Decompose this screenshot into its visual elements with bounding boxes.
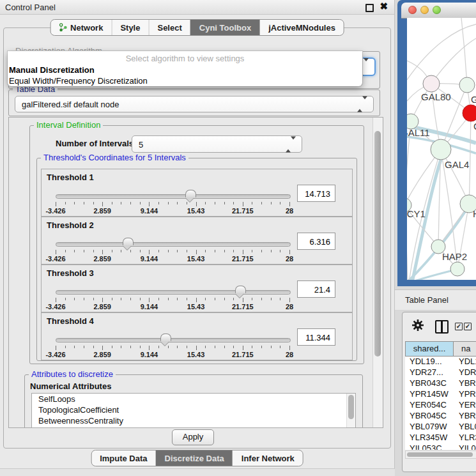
table-row[interactable]: YER054CYER0 bbox=[405, 400, 476, 411]
tab-label: Infer Network bbox=[242, 454, 295, 463]
table-panel-header: Table Panel bbox=[395, 289, 476, 311]
tab-style[interactable]: Style bbox=[111, 20, 148, 35]
algorithm-option[interactable]: Equal Width/Frequency Discretization bbox=[8, 75, 362, 86]
zoom-window-icon[interactable] bbox=[433, 6, 441, 14]
cell-shared-name: YPR145W bbox=[405, 389, 454, 400]
table-row[interactable]: YDL19...YDL1 bbox=[405, 357, 476, 367]
tab-cyni-toolbox[interactable]: Cyni Toolbox bbox=[190, 20, 259, 35]
tab-label: Cyni Toolbox bbox=[199, 23, 251, 33]
network-canvas[interactable]: GAL80GCGAL11GAL4GCY1HHAP2 bbox=[407, 18, 476, 280]
apply-button[interactable]: Apply bbox=[172, 429, 214, 445]
cell-shared-name: YBL079W bbox=[405, 422, 454, 433]
network-node-gal80[interactable] bbox=[423, 75, 440, 92]
cell-name: YIL0 bbox=[454, 443, 476, 450]
status-strip bbox=[0, 468, 395, 476]
panel-title: Control Panel bbox=[5, 3, 56, 12]
table-hscrollbar[interactable] bbox=[405, 450, 476, 459]
cell-name: YPR1 bbox=[454, 389, 476, 400]
algorithm-dropdown-popup: Select algorithm to view settings Manual… bbox=[8, 51, 362, 86]
cell-shared-name: YLR345W bbox=[405, 433, 454, 443]
cell-name: YBR0 bbox=[454, 411, 476, 422]
tab-infer-network[interactable]: Infer Network bbox=[233, 450, 303, 466]
close-window-icon[interactable] bbox=[408, 6, 417, 14]
table-row[interactable]: YPR145WYPR1 bbox=[405, 389, 476, 400]
tab-label: Network bbox=[70, 23, 103, 33]
control-panel-tabs: NetworkStyleSelectCyni ToolboxjActiveMNo… bbox=[50, 19, 344, 36]
network-node-g[interactable] bbox=[459, 77, 475, 93]
node-table: shared... na YDL19...YDL1YDR27...YDR2YBR… bbox=[405, 341, 476, 450]
network-node-c[interactable] bbox=[463, 105, 476, 121]
slider-thumb[interactable] bbox=[235, 286, 246, 293]
node-label: C bbox=[473, 121, 476, 132]
tab-label: Impute Data bbox=[100, 454, 147, 463]
network-window-titlebar bbox=[401, 3, 476, 19]
tab-label: Discretize Data bbox=[165, 454, 224, 463]
column-header-shared-name[interactable]: shared... bbox=[405, 342, 454, 357]
tab-jactivemnodules[interactable]: jActiveMNodules bbox=[259, 20, 344, 35]
table-row[interactable]: YBR045CYBR0 bbox=[405, 411, 476, 422]
cell-shared-name: YBR045C bbox=[405, 411, 454, 422]
algorithm-option[interactable]: Manual Discretization bbox=[8, 65, 362, 75]
close-panel-icon[interactable]: ✖ bbox=[380, 1, 388, 12]
table-row[interactable]: YBR043CYBR0 bbox=[405, 378, 476, 389]
table-row[interactable]: YDR27...YDR2 bbox=[405, 367, 476, 378]
tab-discretize-data[interactable]: Discretize Data bbox=[156, 450, 233, 466]
table-panel-title: Table Panel bbox=[405, 295, 449, 305]
cell-name: YDR2 bbox=[454, 367, 476, 378]
cell-name: YBL0 bbox=[454, 422, 476, 433]
cell-name: YBR0 bbox=[454, 378, 476, 389]
cyni-toolbox-panel bbox=[3, 27, 391, 449]
cell-shared-name: YBR043C bbox=[405, 378, 454, 389]
control-panel-titlebar: Control Panel ✖ bbox=[0, 0, 394, 15]
control-panel: Control Panel ✖ NetworkStyleSelectCyni T… bbox=[0, 0, 395, 468]
table-header-row: shared... na bbox=[405, 341, 476, 357]
algorithm-placeholder: Select algorithm to view settings bbox=[8, 51, 362, 65]
node-label: GAL11 bbox=[407, 127, 430, 138]
network-node[interactable] bbox=[450, 262, 464, 276]
slider-thumb[interactable] bbox=[123, 238, 134, 245]
node-label: GAL80 bbox=[421, 91, 451, 102]
node-label: GAL4 bbox=[445, 159, 469, 170]
network-graph: GAL80GCGAL11GAL4GCY1HHAP2 bbox=[407, 18, 476, 280]
columns-icon[interactable] bbox=[435, 320, 449, 334]
slider-thumb[interactable] bbox=[185, 190, 196, 197]
tab-label: jActiveMNodules bbox=[268, 23, 335, 33]
tab-select[interactable]: Select bbox=[148, 20, 190, 35]
minimize-window-icon[interactable] bbox=[420, 6, 429, 14]
cyni-mode-tabs: Impute DataDiscretize DataInfer Network bbox=[91, 450, 303, 466]
cell-shared-name: YER054C bbox=[405, 400, 454, 411]
network-view-window: GAL80GCGAL11GAL4GCY1HHAP2 bbox=[397, 0, 476, 286]
table-row[interactable]: YLR345WYLR3 bbox=[405, 433, 476, 443]
checkbox-icon[interactable]: ✓ bbox=[455, 323, 463, 330]
tab-label: Select bbox=[157, 23, 181, 33]
tab-impute-data[interactable]: Impute Data bbox=[91, 450, 155, 466]
node-label: H bbox=[473, 208, 476, 219]
cell-shared-name: YDR27... bbox=[405, 367, 454, 378]
table-row[interactable]: YIL053CYIL0 bbox=[405, 443, 476, 450]
cell-name: YER0 bbox=[454, 400, 476, 411]
node-label: HAP2 bbox=[442, 251, 467, 262]
cell-shared-name: YIL053C bbox=[405, 443, 454, 450]
tab-network[interactable]: Network bbox=[50, 20, 111, 35]
node-label: G bbox=[471, 94, 476, 105]
node-label: GCY1 bbox=[407, 208, 426, 219]
cell-name: YLR3 bbox=[454, 433, 476, 443]
table-panel: ✓ ✓ shared... na YDL19...YDL1YDR27...YDR… bbox=[402, 312, 476, 472]
column-header-name[interactable]: na bbox=[454, 342, 476, 357]
float-panel-icon[interactable] bbox=[365, 4, 374, 12]
tab-label: Style bbox=[120, 23, 140, 33]
cell-name: YDL1 bbox=[454, 357, 476, 367]
network-icon bbox=[59, 23, 67, 32]
checkbox-icon[interactable]: ✓ bbox=[464, 323, 472, 330]
slider-thumb[interactable] bbox=[160, 334, 171, 341]
table-row[interactable]: YBL079WYBL0 bbox=[405, 422, 476, 433]
gear-icon[interactable] bbox=[411, 319, 424, 332]
cell-shared-name: YDL19... bbox=[405, 357, 454, 367]
network-node-gal4[interactable] bbox=[431, 139, 451, 160]
